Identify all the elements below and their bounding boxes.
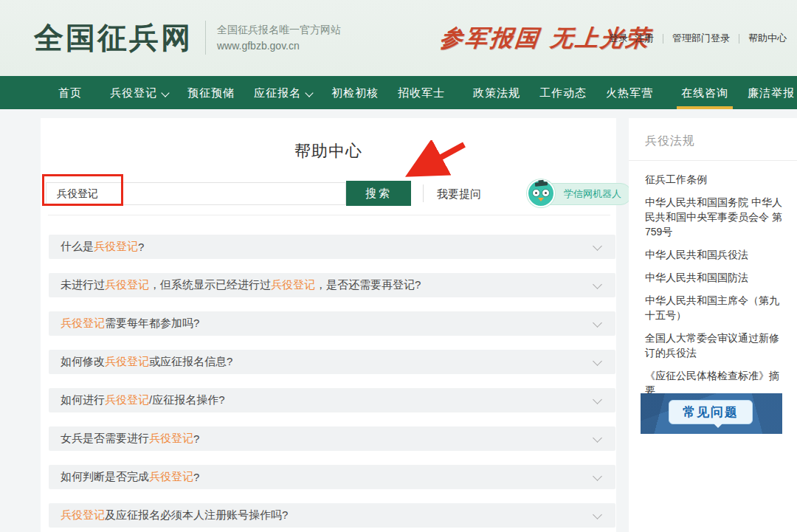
owl-eye-icon <box>532 189 540 197</box>
site-logo-text: 全国征兵网 <box>34 20 193 55</box>
nav-item-pre-recruit-reserve[interactable]: 预征预储 <box>178 76 244 109</box>
robot-owl-icon[interactable] <box>527 179 555 207</box>
chevron-down-icon <box>593 510 602 519</box>
nav-item-enlistment-apply[interactable]: 应征报名 <box>244 76 322 109</box>
faq-text: 或应征报名信息? <box>149 355 232 369</box>
faq-highlight-text: 兵役登记 <box>105 355 149 369</box>
page-title: 帮助中心 <box>41 140 616 162</box>
nav-item-integrity-report[interactable]: 廉洁举报 <box>738 76 797 109</box>
faq-text: /应征报名操作? <box>149 393 225 407</box>
nav-item-home[interactable]: 首页 <box>49 76 92 109</box>
faq-text: 什么是 <box>61 240 94 254</box>
faq-list: 什么是兵役登记?未进行过兵役登记，但系统显示已经进行过兵役登记，是否还需要再登记… <box>49 235 615 532</box>
nav-item-service-registration[interactable]: 兵役登记 <box>100 76 178 109</box>
nav-item-label: 工作动态 <box>539 86 587 99</box>
nav-item-label: 在线咨询 <box>681 86 728 99</box>
faq-highlight-text: 兵役登记 <box>61 508 105 522</box>
sidebar-title: 兵役法规 <box>645 134 797 149</box>
help-center-link[interactable]: 帮助中心 <box>748 32 787 45</box>
main-nav: 首页兵役登记预征预储应征报名初检初核招收军士政策法规工作动态火热军营在线咨询廉洁… <box>0 76 797 109</box>
owl-beak-icon <box>538 198 544 201</box>
site-logo[interactable]: 全国征兵网 全国征兵报名唯一官方网站 www.gfbzb.gov.cn <box>34 20 341 55</box>
chevron-down-icon <box>593 318 602 328</box>
nav-item-label: 首页 <box>58 86 82 99</box>
faq-highlight-text: 兵役登记 <box>149 432 193 446</box>
law-link[interactable]: 征兵工作条例 <box>645 172 784 187</box>
chevron-down-icon <box>593 241 602 251</box>
law-link[interactable]: 全国人大常委会审议通过新修订的兵役法 <box>645 331 784 360</box>
help-center-panel: 帮助中心 搜索 我要提问 学信网机器人 什么是兵役登记?未进行过兵役登记，但系统… <box>41 118 616 532</box>
faq-text: ，是否还需要再登记? <box>315 278 421 292</box>
nav-item-policy-regulations[interactable]: 政策法规 <box>463 76 530 109</box>
law-link[interactable]: 中华人民共和国兵役法 <box>645 247 784 262</box>
faq-text: ? <box>193 432 199 445</box>
faq-text: 如何修改 <box>61 355 105 369</box>
chevron-down-icon <box>161 89 169 97</box>
law-link[interactable]: 中华人民共和国国务院 中华人民共和国中央军事委员会令 第759号 <box>645 195 784 239</box>
banner-bubble: 常见问题 <box>669 400 753 424</box>
nav-item-label: 应征报名 <box>254 86 301 99</box>
faq-text: 及应征报名必须本人注册账号操作吗? <box>105 508 288 522</box>
site-tagline: 全国征兵报名唯一官方网站 www.gfbzb.gov.cn <box>217 21 341 54</box>
faq-text: ，但系统显示已经进行过 <box>149 278 271 292</box>
nav-item-label: 招收军士 <box>398 86 445 99</box>
nav-item-hot-military-camp[interactable]: 火热军营 <box>596 76 663 109</box>
faq-item[interactable]: 如何判断是否完成兵役登记? <box>49 465 615 489</box>
chevron-down-icon <box>593 433 602 443</box>
faq-highlight-text: 兵役登记 <box>271 278 315 292</box>
faq-highlight-text: 兵役登记 <box>94 240 138 254</box>
top-links-separator <box>739 34 739 44</box>
law-link-list: 征兵工作条例中华人民共和国国务院 中华人民共和国中央军事委员会令 第759号中华… <box>629 161 797 421</box>
chevron-down-icon <box>593 471 602 481</box>
admin-login-link[interactable]: 管理部门登录 <box>672 32 730 45</box>
chevron-down-icon <box>305 89 313 97</box>
faq-highlight-text: 兵役登记 <box>105 393 149 407</box>
law-link[interactable]: 中华人民共和国主席令（第九十五号） <box>645 293 784 322</box>
faq-highlight-text: 兵役登记 <box>149 470 193 484</box>
faq-text: ? <box>138 241 144 253</box>
nav-item-label: 廉洁举报 <box>748 86 795 99</box>
law-link[interactable]: 中华人民共和国国防法 <box>645 270 784 285</box>
vertical-separator <box>423 184 424 202</box>
chevron-down-icon <box>593 356 602 366</box>
faq-text: 未进行过 <box>61 278 105 292</box>
faq-highlight-text: 兵役登记 <box>61 317 105 331</box>
nav-item-work-news[interactable]: 工作动态 <box>530 76 596 109</box>
common-questions-banner[interactable]: 常见问题 <box>641 393 782 434</box>
register-link[interactable]: 注册 <box>635 32 654 45</box>
faq-item[interactable]: 未进行过兵役登记，但系统显示已经进行过兵役登记，是否还需要再登记? <box>49 273 615 297</box>
nav-item-label: 兵役登记 <box>110 86 157 99</box>
nav-item-label: 预征预储 <box>187 86 235 99</box>
login-link[interactable]: 登录 <box>609 32 628 45</box>
faq-text: ? <box>193 471 199 483</box>
sidebar: 兵役法规 征兵工作条例中华人民共和国国务院 中华人民共和国中央军事委员会令 第7… <box>629 118 797 532</box>
logo-divider <box>205 21 206 55</box>
top-links: 登录 注册 管理部门登录 帮助中心 <box>609 32 787 45</box>
faq-text: 如何判断是否完成 <box>61 470 149 484</box>
graduation-cap-icon <box>535 182 548 187</box>
faq-item[interactable]: 如何进行兵役登记/应征报名操作? <box>49 388 615 412</box>
faq-item[interactable]: 什么是兵役登记? <box>49 235 615 259</box>
search-button[interactable]: 搜索 <box>346 181 411 206</box>
nav-item-sergeant-recruit[interactable]: 招收军士 <box>388 76 455 109</box>
top-links-separator <box>663 34 663 44</box>
faq-item[interactable]: 女兵是否需要进行兵役登记? <box>49 426 615 451</box>
faq-item[interactable]: 兵役登记及应征报名必须本人注册账号操作吗? <box>49 503 615 528</box>
site-header: 全国征兵网 全国征兵报名唯一官方网站 www.gfbzb.gov.cn 参军报国… <box>0 0 797 76</box>
nav-item-label: 火热军营 <box>606 86 653 99</box>
tagline-url: www.gfbzb.gov.cn <box>217 38 341 54</box>
owl-eye-icon <box>542 189 550 197</box>
faq-highlight-text: 兵役登记 <box>105 278 149 292</box>
nav-item-label: 政策法规 <box>473 86 520 99</box>
ask-question-link[interactable]: 我要提问 <box>437 187 481 201</box>
faq-item[interactable]: 兵役登记需要每年都参加吗? <box>49 311 615 336</box>
faq-text: 女兵是否需要进行 <box>61 432 149 446</box>
chevron-down-icon <box>593 280 602 289</box>
nav-item-label: 初检初核 <box>331 86 379 99</box>
nav-item-initial-check[interactable]: 初检初核 <box>322 76 388 109</box>
search-input[interactable] <box>46 182 346 205</box>
section-divider <box>48 215 610 215</box>
chevron-down-icon <box>593 395 602 404</box>
faq-item[interactable]: 如何修改兵役登记或应征报名信息? <box>49 350 615 374</box>
nav-item-online-consult[interactable]: 在线咨询 <box>672 76 738 109</box>
